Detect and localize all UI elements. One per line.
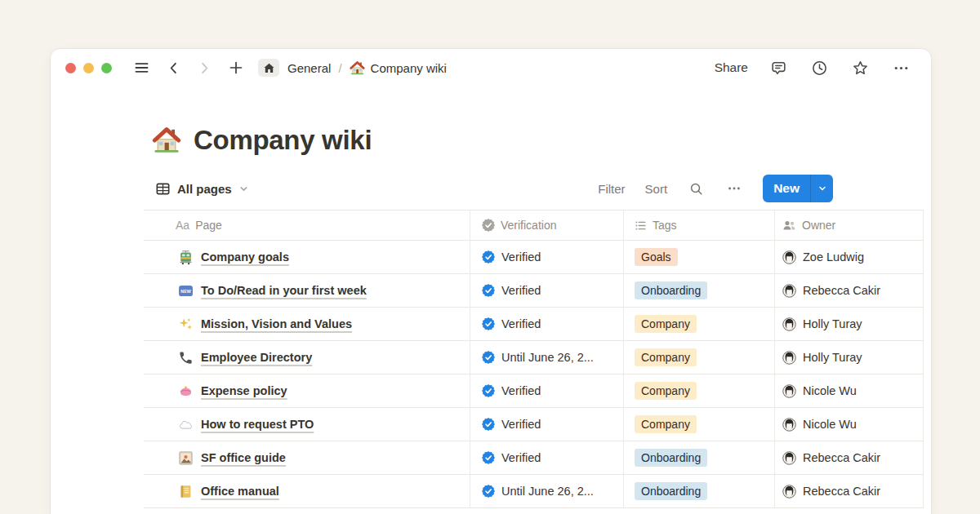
tags-cell[interactable]: Company: [624, 374, 775, 407]
verified-badge-icon: [482, 351, 495, 364]
page-cell[interactable]: SF office guide: [144, 441, 470, 474]
tags-cell[interactable]: Goals: [624, 241, 775, 273]
verification-cell[interactable]: Until June 26, 2...: [470, 341, 624, 374]
view-switcher-all-pages[interactable]: All pages: [155, 181, 249, 197]
people-property-icon: [782, 219, 796, 233]
tag-chip[interactable]: Company: [635, 415, 697, 433]
owner-cell[interactable]: Rebecca Cakir: [775, 475, 924, 507]
minimize-window-button[interactable]: [83, 63, 94, 73]
home-breadcrumb-chip[interactable]: [258, 59, 279, 77]
page-title-link[interactable]: How to request PTO: [201, 418, 314, 431]
owner-name: Holly Turay: [803, 351, 862, 364]
table-row[interactable]: NEW To Do/Read in your first week Verifi…: [144, 274, 924, 308]
column-header-owner[interactable]: Owner: [775, 210, 924, 240]
comments-button[interactable]: [768, 58, 789, 78]
verified-badge-icon: [482, 317, 495, 330]
house-emoji-icon[interactable]: [152, 126, 181, 155]
tags-cell[interactable]: Onboarding: [624, 274, 775, 307]
page-title-link[interactable]: Expense policy: [201, 384, 287, 397]
new-button-label[interactable]: New: [763, 175, 810, 202]
search-icon: [688, 181, 704, 197]
tag-chip[interactable]: Company: [635, 382, 697, 400]
telephone-emoji-icon: [178, 350, 194, 366]
verification-cell[interactable]: Verified: [470, 274, 624, 307]
new-page-button[interactable]: [226, 58, 246, 78]
page-cell[interactable]: Company goals: [144, 241, 470, 273]
table-row[interactable]: Expense policy Verified Company Nicole W…: [144, 374, 924, 408]
owner-avatar: [782, 485, 796, 498]
column-label: Verification: [501, 219, 556, 232]
owner-name: Nicole Wu: [803, 384, 857, 397]
sort-button[interactable]: Sort: [645, 182, 668, 196]
owner-cell[interactable]: Rebecca Cakir: [775, 441, 924, 474]
breadcrumb-root[interactable]: General: [287, 61, 331, 75]
table-row[interactable]: Mission, Vision and Values Verified Comp…: [144, 308, 924, 341]
search-button[interactable]: [687, 179, 706, 198]
tag-chip[interactable]: Onboarding: [635, 449, 707, 467]
column-header-verification[interactable]: Verification: [470, 210, 624, 240]
owner-avatar: [782, 451, 796, 465]
verified-badge-icon: [482, 418, 495, 431]
page-cell[interactable]: NEW To Do/Read in your first week: [144, 274, 470, 307]
owner-cell[interactable]: Nicole Wu: [775, 374, 924, 407]
column-label: Tags: [653, 219, 677, 232]
tag-chip[interactable]: Company: [635, 348, 697, 366]
page-title-link[interactable]: SF office guide: [201, 451, 286, 464]
breadcrumb-page[interactable]: Company wiki: [350, 60, 447, 76]
owner-cell[interactable]: Rebecca Cakir: [775, 274, 924, 307]
tags-cell[interactable]: Company: [624, 308, 775, 340]
page-cell[interactable]: Mission, Vision and Values: [144, 308, 470, 340]
back-button[interactable]: [164, 59, 183, 78]
tags-cell[interactable]: Onboarding: [624, 475, 775, 507]
zoom-window-button[interactable]: [101, 63, 112, 73]
owner-cell[interactable]: Nicole Wu: [775, 408, 924, 441]
tag-chip[interactable]: Onboarding: [635, 281, 707, 299]
view-options-button[interactable]: [725, 179, 743, 197]
owner-cell[interactable]: Holly Turay: [775, 341, 924, 374]
owner-cell[interactable]: Holly Turay: [775, 308, 924, 340]
favorite-button[interactable]: [850, 58, 871, 78]
verification-cell[interactable]: Verified: [470, 441, 624, 474]
table-row[interactable]: How to request PTO Verified Company Nico…: [144, 408, 924, 441]
page-cell[interactable]: How to request PTO: [144, 408, 470, 441]
page-cell[interactable]: Expense policy: [144, 374, 470, 407]
tag-chip[interactable]: Goals: [635, 248, 678, 266]
page-cell[interactable]: Office manual: [144, 475, 470, 507]
filter-button[interactable]: Filter: [598, 182, 625, 196]
page-title-link[interactable]: Employee Directory: [201, 351, 312, 364]
verification-cell[interactable]: Verified: [470, 241, 624, 273]
updates-button[interactable]: [809, 58, 830, 78]
table-header-row: Aa Page Verification Tags Owner: [144, 210, 924, 241]
page-title-link[interactable]: Office manual: [201, 485, 279, 498]
new-button[interactable]: New: [763, 175, 833, 202]
verification-cell[interactable]: Until June 26, 2...: [470, 475, 624, 507]
table-row[interactable]: Office manual Until June 26, 2... Onboar…: [144, 475, 924, 508]
page-title-link[interactable]: Mission, Vision and Values: [201, 317, 352, 330]
owner-avatar: [782, 351, 796, 365]
column-header-page[interactable]: Aa Page: [144, 210, 470, 240]
tags-cell[interactable]: Company: [624, 341, 775, 374]
tag-chip[interactable]: Onboarding: [635, 482, 707, 500]
close-window-button[interactable]: [65, 63, 76, 73]
new-button-caret[interactable]: [811, 175, 833, 202]
page-title-link[interactable]: Company goals: [201, 250, 289, 264]
forward-button[interactable]: [195, 59, 214, 78]
tags-cell[interactable]: Onboarding: [624, 441, 775, 474]
tag-chip[interactable]: Company: [635, 315, 697, 333]
more-options-button[interactable]: [891, 58, 911, 78]
star-icon: [852, 60, 869, 77]
verification-cell[interactable]: Verified: [470, 374, 624, 407]
table-row[interactable]: SF office guide Verified Onboarding Rebe…: [144, 441, 924, 475]
sidebar-menu-button[interactable]: [131, 58, 152, 78]
column-header-tags[interactable]: Tags: [624, 210, 775, 240]
page-cell[interactable]: Employee Directory: [144, 341, 470, 374]
verification-cell[interactable]: Verified: [470, 308, 624, 340]
tags-cell[interactable]: Company: [624, 408, 775, 441]
page-title-link[interactable]: To Do/Read in your first week: [201, 284, 367, 297]
verification-cell[interactable]: Verified: [470, 408, 624, 441]
share-button[interactable]: Share: [715, 60, 748, 75]
owner-cell[interactable]: Zoe Ludwig: [775, 241, 924, 273]
table-row[interactable]: Company goals Verified Goals Zoe Ludwig: [144, 241, 924, 274]
breadcrumb-separator: /: [338, 61, 341, 75]
table-row[interactable]: Employee Directory Until June 26, 2... C…: [144, 341, 924, 374]
